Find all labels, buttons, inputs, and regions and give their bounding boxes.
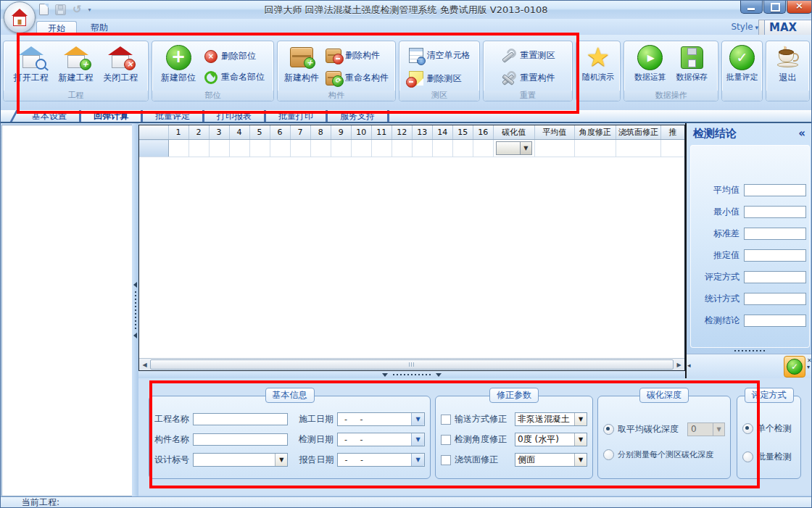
delete-zone-button[interactable]: 删除测区	[409, 71, 471, 86]
new-component-button[interactable]: + 新建构件	[284, 41, 319, 84]
restore-button[interactable]	[763, 0, 786, 14]
tab-batch-print[interactable]: 批量打印	[266, 110, 328, 122]
batch-evaluate-button[interactable]: 批量评定	[726, 41, 758, 83]
grid-cell[interactable]	[310, 140, 331, 157]
grid-cell[interactable]	[616, 140, 660, 157]
grid-cell[interactable]	[270, 140, 290, 157]
panel-back-icon[interactable]: ◂	[687, 362, 691, 369]
rename-component-button[interactable]: ⟳ 重命名构件	[326, 71, 389, 86]
batch-test-radio[interactable]	[742, 451, 753, 462]
tab-help[interactable]: 帮助	[80, 21, 119, 35]
new-document-icon[interactable]	[39, 4, 49, 15]
component-name-input[interactable]	[193, 433, 288, 446]
close-project-button[interactable]: × 关闭工程	[103, 41, 138, 84]
data-save-button[interactable]: 数据保存	[676, 41, 708, 83]
carbonation-dropdown[interactable]	[496, 141, 532, 155]
carbonation-cell[interactable]	[493, 140, 534, 157]
conclusion-field[interactable]	[744, 315, 806, 327]
rebound-data-grid[interactable]: 1 2 3 4 5 6 7 8 9 10 11 12 13 14 15 16 碳…	[138, 125, 685, 371]
dropdown-icon[interactable]	[411, 454, 424, 466]
project-tree-panel[interactable]	[1, 125, 133, 496]
estimated-field[interactable]	[744, 249, 806, 262]
data-calc-button[interactable]: 数据运算	[634, 41, 666, 83]
delete-part-button[interactable]: 删除部位	[204, 50, 265, 63]
tab-batch-evaluate[interactable]: 批量评定	[143, 110, 204, 122]
vertical-splitter[interactable]	[132, 123, 138, 497]
tab-start[interactable]: 开始	[36, 21, 77, 36]
stddev-field[interactable]	[744, 228, 806, 240]
application-menu-button[interactable]	[4, 1, 36, 33]
panel-splitter-handle[interactable]	[687, 350, 812, 351]
average-carbonation-radio[interactable]	[603, 424, 614, 435]
transport-correction-checkbox[interactable]	[441, 415, 451, 425]
tab-basic-settings[interactable]: 基本设置	[20, 110, 81, 122]
grid-cell[interactable]	[473, 140, 493, 157]
new-project-button[interactable]: + 新建工程	[59, 41, 94, 84]
scroll-left-icon[interactable]: ◀	[139, 359, 150, 370]
row-header-cell[interactable]	[139, 140, 168, 157]
angle-correction-checkbox[interactable]	[441, 435, 451, 445]
grid-cell[interactable]	[188, 140, 209, 157]
grid-cell[interactable]	[290, 140, 310, 157]
quick-access-dropdown-icon[interactable]: ▾	[88, 7, 91, 13]
angle-select[interactable]: 0度 (水平)	[515, 433, 587, 446]
surface-select[interactable]: 侧面	[515, 453, 587, 467]
grid-cell[interactable]	[452, 140, 473, 157]
tab-rebound-calc[interactable]: 回弹计算	[81, 110, 143, 122]
close-button[interactable]	[787, 0, 812, 14]
tab-print-report[interactable]: 打印报表	[204, 110, 266, 122]
grid-cell[interactable]	[229, 140, 249, 157]
surface-correction-checkbox[interactable]	[441, 455, 451, 465]
each-zone-carbonation-radio[interactable]	[603, 449, 614, 460]
grid-cell[interactable]	[331, 140, 351, 157]
construct-date-picker[interactable]: - -	[337, 412, 425, 426]
horizontal-splitter[interactable]	[138, 371, 685, 378]
dropdown-icon[interactable]	[574, 413, 587, 425]
transport-select[interactable]: 非泵送混凝土	[515, 412, 587, 426]
reset-component-button[interactable]: 重置构件	[501, 71, 555, 86]
project-name-input[interactable]	[193, 413, 288, 425]
grid-cell[interactable]	[392, 140, 412, 157]
horizontal-scrollbar[interactable]: ◀ ▶	[139, 358, 684, 370]
clear-cells-button[interactable]: 清空单元格	[409, 48, 471, 63]
grid-cell[interactable]	[351, 140, 371, 157]
exit-button[interactable]: ≈ 退出	[774, 41, 802, 84]
minimum-field[interactable]	[744, 206, 806, 218]
report-date-picker[interactable]: - -	[337, 453, 425, 467]
grid-cell[interactable]	[168, 140, 188, 157]
statistic-method-field[interactable]	[744, 293, 806, 305]
grid-cell[interactable]	[209, 140, 229, 157]
grid-cell[interactable]	[371, 140, 392, 157]
average-field[interactable]	[744, 184, 806, 196]
delete-component-button[interactable]: 删除构件	[326, 49, 389, 63]
dropdown-icon[interactable]	[275, 454, 287, 466]
grid-cell[interactable]	[660, 140, 684, 157]
random-demo-button[interactable]: ★ 随机演示	[582, 41, 614, 83]
open-project-button[interactable]: 打开工程	[14, 41, 49, 84]
grid-cell[interactable]	[412, 140, 432, 157]
dropdown-icon[interactable]	[574, 433, 587, 446]
style-dropdown[interactable]: Style	[731, 22, 758, 32]
dropdown-icon[interactable]	[520, 142, 531, 154]
undo-icon[interactable]: ↺	[72, 4, 82, 14]
dropdown-icon[interactable]	[411, 413, 424, 425]
max-skin-button[interactable]: MAX	[764, 20, 812, 36]
grid-cell[interactable]	[574, 140, 616, 157]
grid-cell[interactable]	[432, 140, 452, 157]
dropdown-icon[interactable]	[411, 433, 424, 446]
reset-zone-button[interactable]: 重置测区	[501, 49, 555, 63]
tab-service-support[interactable]: 服务支持	[328, 110, 389, 122]
save-icon[interactable]	[55, 4, 66, 15]
evaluation-method-field[interactable]	[744, 271, 806, 283]
collapse-panel-icon[interactable]	[798, 127, 805, 140]
design-grade-select[interactable]	[193, 453, 288, 467]
test-date-picker[interactable]: - -	[337, 433, 425, 446]
single-test-radio[interactable]	[742, 423, 753, 434]
dropdown-icon[interactable]	[574, 454, 587, 466]
new-part-button[interactable]: + 新建部位	[161, 41, 196, 84]
grid-cell[interactable]	[534, 140, 574, 157]
minimize-button[interactable]	[740, 0, 763, 14]
scroll-right-icon[interactable]: ▶	[674, 359, 684, 370]
rename-part-button[interactable]: 重命名部位	[204, 71, 265, 84]
scrollbar-thumb[interactable]	[150, 359, 674, 370]
